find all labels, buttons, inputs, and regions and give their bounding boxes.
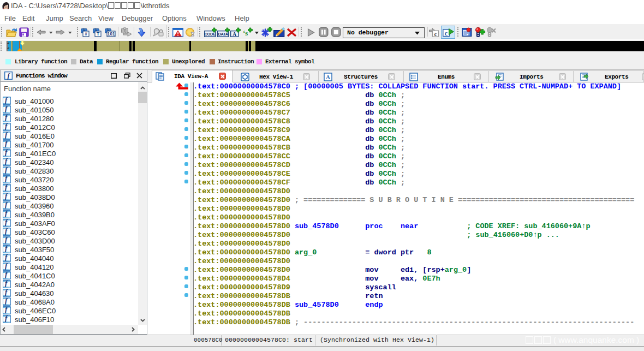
svg-text:A: A: [326, 74, 330, 80]
svg-text:#: #: [85, 31, 87, 37]
svg-text:A: A: [232, 32, 236, 37]
svg-text:T: T: [97, 31, 100, 37]
svg-text:101: 101: [107, 31, 115, 37]
svg-text:c: c: [445, 29, 448, 37]
svg-text:c: c: [434, 31, 437, 37]
svg-text:‘s: ‘s: [243, 29, 248, 37]
